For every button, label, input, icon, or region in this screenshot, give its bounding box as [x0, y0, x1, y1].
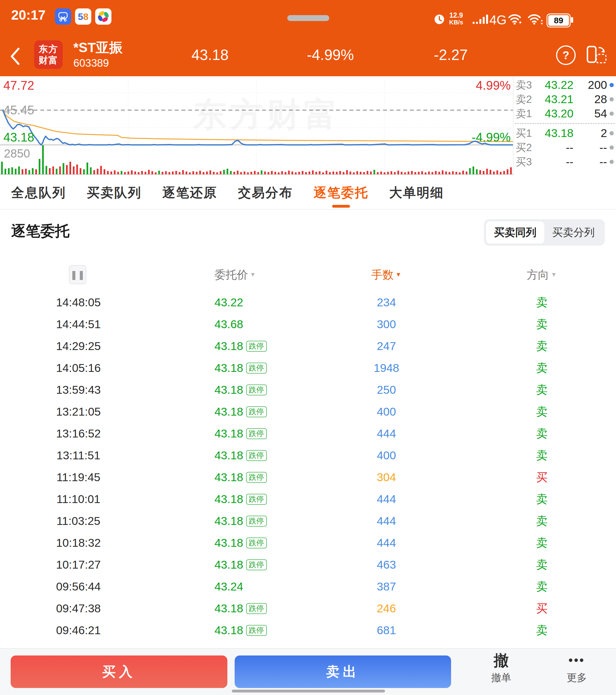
- order-price: 43.18: [214, 558, 243, 572]
- order-direction: 卖: [514, 357, 570, 379]
- tab-item[interactable]: 全息队列: [11, 184, 66, 202]
- order-time: 11:03:25: [39, 510, 118, 532]
- order-direction: 买: [514, 597, 570, 619]
- order-row[interactable]: 10:17:2743.18跌停463卖: [0, 554, 616, 576]
- level-price: 43.20: [537, 107, 574, 120]
- layout-toggle: 买卖同列 买卖分列: [484, 219, 605, 246]
- toggle-split-column[interactable]: 买卖分列: [544, 221, 602, 243]
- order-price-cell: 43.18跌停: [214, 597, 267, 619]
- order-row[interactable]: 09:47:3843.18跌停246买: [0, 597, 616, 619]
- order-lots: 444: [345, 488, 428, 510]
- section-head: 逐笔委托 买卖同列 买卖分列: [0, 209, 616, 264]
- order-time: 13:21:05: [39, 401, 118, 423]
- order-row[interactable]: 13:16:5243.18跌停444卖: [0, 423, 616, 444]
- order-book-divider: [515, 123, 615, 124]
- back-icon[interactable]: [9, 47, 21, 66]
- limit-down-badge: 跌停: [246, 603, 267, 614]
- order-row[interactable]: 10:18:3243.18跌停444卖: [0, 532, 616, 554]
- chevron-down-icon: ▼: [551, 271, 557, 278]
- order-lots: 300: [345, 313, 428, 335]
- order-price-cell: 43.18跌停: [214, 488, 267, 510]
- bid-row[interactable]: 买2----: [513, 140, 616, 155]
- stock-code: 603389: [73, 57, 109, 69]
- ask-row[interactable]: 卖143.2054: [513, 106, 616, 121]
- order-price-cell: 43.18跌停: [214, 379, 267, 401]
- help-icon[interactable]: ?: [556, 46, 576, 65]
- stock-name: *ST亚振: [73, 39, 123, 56]
- order-row[interactable]: 14:44:5143.68300卖: [0, 313, 616, 335]
- order-price: 43.18: [214, 471, 243, 484]
- level-price: 43.18: [537, 127, 574, 140]
- order-row[interactable]: 13:21:0543.18跌停400卖: [0, 401, 616, 423]
- order-row[interactable]: 14:48:0543.22234卖: [0, 291, 616, 313]
- order-lots: 387: [345, 576, 428, 597]
- order-row[interactable]: 09:46:2143.18跌停681卖: [0, 619, 616, 641]
- pinwheel-app-icon: [95, 9, 111, 25]
- order-direction: 卖: [514, 532, 570, 554]
- order-price: 43.18: [214, 340, 243, 353]
- order-row[interactable]: 14:05:1643.18跌停1948卖: [0, 357, 616, 379]
- bid-row[interactable]: 买143.182: [513, 126, 616, 140]
- section-title: 逐笔委托: [11, 221, 69, 241]
- speed-value: 12.9: [449, 11, 463, 19]
- limit-down-badge: 跌停: [246, 428, 267, 439]
- order-direction: 卖: [514, 619, 570, 641]
- order-row[interactable]: 11:19:4543.18跌停304买: [0, 466, 616, 488]
- ask-row[interactable]: 卖243.2128: [513, 92, 616, 106]
- more-button[interactable]: ••• 更多: [551, 652, 602, 685]
- level-qty: --: [574, 141, 607, 154]
- pinwheel-icon: [97, 10, 109, 23]
- label-limit-up-price: 47.72: [3, 79, 34, 92]
- ask-row[interactable]: 卖343.22200: [513, 78, 616, 92]
- tab-item[interactable]: 买卖队列: [87, 184, 142, 202]
- order-direction: 卖: [514, 423, 570, 444]
- order-row[interactable]: 11:10:0143.18跌停444卖: [0, 488, 616, 510]
- order-price-cell: 43.22: [214, 291, 243, 313]
- screenshot-app-icon: [55, 9, 71, 25]
- order-time: 11:19:45: [39, 466, 118, 488]
- stock-price: 43.18: [168, 33, 252, 76]
- tab-item[interactable]: 大单明细: [389, 184, 444, 202]
- level-qty: 28: [574, 93, 607, 106]
- level-label: 卖2: [516, 92, 537, 106]
- order-row[interactable]: 13:59:4343.18跌停250卖: [0, 379, 616, 401]
- table-header: ❚❚ 委托价▼ 手数▼ 方向▼: [0, 264, 616, 286]
- order-price-cell: 43.18跌停: [214, 401, 267, 423]
- wifi-arrows-icon: [528, 13, 543, 26]
- order-row[interactable]: 09:56:4443.24387卖: [0, 576, 616, 597]
- pause-button[interactable]: ❚❚: [69, 265, 86, 284]
- order-direction: 卖: [514, 291, 570, 313]
- camera-cutout: [287, 15, 329, 21]
- tab-item[interactable]: 逐笔还原: [162, 184, 217, 202]
- home-indicator[interactable]: [232, 690, 385, 693]
- order-lots: 304: [345, 466, 428, 488]
- network-speed: 12.9 KB/s: [449, 11, 463, 26]
- sort-direction[interactable]: 方向▼: [507, 264, 577, 286]
- sort-price[interactable]: 委托价▼: [190, 264, 280, 286]
- toggle-same-column[interactable]: 买卖同列: [486, 221, 544, 243]
- order-row[interactable]: 11:03:2543.18跌停444卖: [0, 510, 616, 532]
- order-time: 10:18:32: [39, 532, 118, 554]
- label-volume-max: 2850: [4, 147, 30, 160]
- order-book: 卖343.22200卖243.2128卖143.2054 买143.182买2-…: [513, 76, 616, 176]
- buy-button[interactable]: 买入: [11, 656, 227, 688]
- rotate-landscape-icon[interactable]: [586, 44, 608, 66]
- limit-down-badge: 跌停: [246, 559, 267, 570]
- intraday-chart[interactable]: 东方财富 47.72 45.45 43.18 2850 4.99% -4.99%…: [0, 76, 616, 177]
- sort-lots[interactable]: 手数▼: [345, 264, 428, 286]
- bid-row[interactable]: 买3----: [513, 155, 616, 169]
- order-price-cell: 43.18跌停: [214, 619, 267, 641]
- order-direction: 卖: [514, 444, 570, 466]
- cancel-order-button[interactable]: 撤 撤单: [476, 652, 526, 685]
- tab-item[interactable]: 逐笔委托: [314, 184, 369, 202]
- limit-down-badge: 跌停: [246, 538, 267, 548]
- status-app-icons: 58: [55, 9, 111, 25]
- order-row[interactable]: 13:11:5143.18跌停400卖: [0, 444, 616, 466]
- order-price: 43.18: [214, 602, 243, 615]
- tab-item[interactable]: 交易分布: [238, 184, 293, 202]
- sell-button[interactable]: 卖出: [235, 656, 451, 688]
- order-direction: 卖: [514, 488, 570, 510]
- order-row[interactable]: 14:29:2543.18跌停247卖: [0, 335, 616, 357]
- level-price: 43.21: [537, 93, 574, 106]
- order-price-cell: 43.18跌停: [214, 510, 267, 532]
